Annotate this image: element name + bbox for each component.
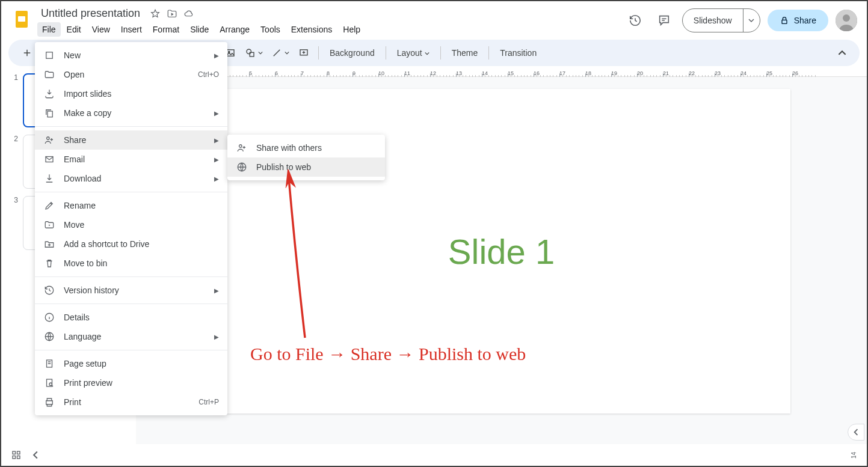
download-icon — [43, 173, 55, 184]
submenu-item-publish-to-web[interactable]: Publish to web — [227, 157, 385, 177]
share-icon — [43, 135, 55, 145]
menu-item-label: Make a copy — [64, 108, 206, 118]
menu-item-details[interactable]: Details — [35, 308, 227, 327]
svg-point-25 — [239, 145, 242, 148]
svg-rect-1 — [18, 16, 25, 22]
menu-item-version-history[interactable]: Version history ▶ — [35, 281, 227, 300]
menu-item-label: Download — [64, 174, 206, 183]
menu-separator — [35, 350, 227, 350]
menu-item-make-a-copy[interactable]: Make a copy ▶ — [35, 103, 227, 123]
menu-shortcut: Ctrl+P — [199, 398, 219, 406]
submenu-item-share-with-others[interactable]: Share with others — [227, 138, 385, 157]
transition-button[interactable]: Transition — [494, 48, 543, 58]
collapse-toolbar-icon[interactable] — [834, 45, 850, 61]
menubar-item-format[interactable]: Format — [148, 22, 184, 37]
open-icon — [43, 69, 55, 80]
menu-item-print-preview[interactable]: Print preview — [35, 373, 227, 392]
account-avatar[interactable] — [836, 10, 857, 31]
move-icon — [43, 219, 55, 230]
menubar-item-extensions[interactable]: Extensions — [286, 22, 337, 37]
ruler-tick: 5 — [249, 70, 252, 76]
menu-item-download[interactable]: Download ▶ — [35, 169, 227, 188]
publish-icon — [236, 162, 248, 172]
menu-item-share[interactable]: Share ▶ — [35, 130, 227, 150]
cloud-status-icon[interactable] — [183, 8, 194, 19]
menu-item-label: Move — [64, 220, 219, 230]
doc-title[interactable]: Untitled presentation — [37, 6, 144, 21]
menu-item-import-slides[interactable]: Import slides — [35, 84, 227, 103]
menubar-item-file[interactable]: File — [37, 22, 61, 37]
theme-button[interactable]: Theme — [446, 48, 484, 58]
bin-icon — [43, 258, 55, 269]
canvas-area: 1234567891011121314151617181920212223242… — [136, 66, 867, 444]
menu-item-label: Details — [64, 313, 219, 322]
slideshow-button[interactable]: Slideshow — [683, 16, 743, 25]
menubar-item-edit[interactable]: Edit — [62, 22, 86, 37]
submenu-item-label: Share with others — [256, 143, 377, 153]
history-icon[interactable] — [624, 10, 646, 31]
menu-shortcut: Ctrl+O — [198, 70, 219, 79]
print-icon — [43, 397, 55, 407]
menubar-item-tools[interactable]: Tools — [256, 22, 285, 37]
menu-item-open[interactable]: Open Ctrl+O — [35, 65, 227, 84]
submenu-arrow-icon: ▶ — [214, 176, 219, 182]
prev-slide-icon[interactable] — [31, 451, 40, 459]
line-button[interactable] — [268, 43, 293, 63]
title-area: Untitled presentation FileEditViewInsert… — [37, 6, 624, 37]
ruler-tick: 6 — [275, 70, 278, 76]
shortcut-icon — [43, 239, 55, 249]
menu-item-move-to-bin[interactable]: Move to bin — [35, 254, 227, 273]
menu-separator — [35, 304, 227, 304]
menu-separator — [35, 192, 227, 192]
menu-separator — [35, 126, 227, 127]
svg-rect-7 — [227, 49, 234, 56]
menubar: FileEditViewInsertFormatSlideArrangeTool… — [37, 22, 624, 37]
menu-item-print[interactable]: Print Ctrl+P — [35, 392, 227, 412]
menubar-item-help[interactable]: Help — [338, 22, 365, 37]
comments-icon[interactable] — [653, 10, 675, 31]
ruler-tick: 8 — [327, 70, 330, 76]
menu-item-page-setup[interactable]: Page setup — [35, 354, 227, 373]
menu-item-new[interactable]: New ▶ — [35, 46, 227, 65]
menubar-item-view[interactable]: View — [87, 22, 115, 37]
annotation-instruction-text: Go to File → Share → Publish to web — [250, 344, 526, 364]
explore-button[interactable] — [848, 424, 864, 441]
slideshow-dropdown-icon[interactable] — [743, 9, 760, 32]
lock-icon — [780, 16, 789, 25]
menu-item-language[interactable]: Language ▶ — [35, 327, 227, 346]
svg-rect-17 — [48, 111, 52, 117]
ruler-tick: 7 — [301, 70, 304, 76]
svg-rect-2 — [782, 20, 787, 23]
menu-item-label: Print — [64, 397, 190, 407]
details-icon — [43, 312, 55, 323]
menu-item-label: Language — [64, 332, 206, 341]
menubar-item-slide[interactable]: Slide — [185, 22, 214, 37]
menubar-item-insert[interactable]: Insert — [116, 22, 147, 37]
star-icon[interactable] — [150, 8, 161, 19]
layout-button[interactable]: Layout — [391, 48, 436, 58]
menu-item-label: Open — [64, 70, 189, 79]
menu-item-rename[interactable]: Rename — [35, 196, 227, 215]
email-icon — [43, 154, 55, 165]
menu-item-add-a-shortcut-to-drive[interactable]: Add a shortcut to Drive — [35, 234, 227, 254]
menu-item-label: Share — [64, 135, 206, 145]
menubar-item-arrange[interactable]: Arrange — [215, 22, 254, 37]
share-button[interactable]: Share — [768, 10, 828, 31]
share-button-label: Share — [794, 16, 816, 25]
background-button[interactable]: Background — [324, 48, 381, 58]
new-icon — [43, 50, 55, 61]
printpreview-icon — [43, 377, 55, 388]
menu-item-email[interactable]: Email ▶ — [35, 150, 227, 169]
ruler-tick: 9 — [352, 70, 356, 76]
menu-item-label: Add a shortcut to Drive — [64, 239, 219, 249]
language-icon — [43, 331, 55, 342]
grid-view-icon[interactable] — [11, 450, 22, 460]
comment-add-button[interactable] — [294, 43, 313, 63]
menu-item-move[interactable]: Move — [35, 215, 227, 234]
slide-title-text: Slide 1 — [448, 231, 555, 272]
slides-logo-icon[interactable] — [11, 8, 32, 30]
submenu-arrow-icon: ▶ — [214, 156, 219, 163]
shape-button[interactable] — [241, 43, 266, 63]
move-folder-icon[interactable] — [167, 8, 177, 19]
sharewith-icon — [236, 142, 248, 153]
